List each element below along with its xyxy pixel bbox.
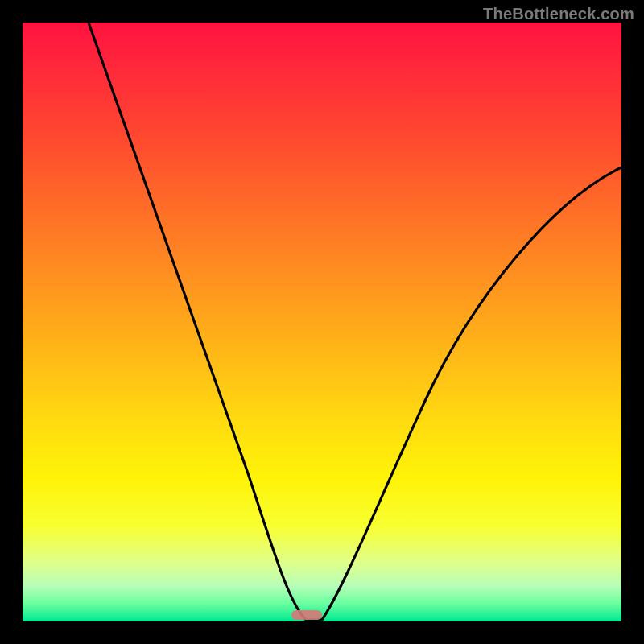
watermark: TheBottleneck.com <box>483 5 634 23</box>
chart-frame: TheBottleneck.com <box>0 0 644 644</box>
bottleneck-curve <box>23 23 621 621</box>
plot-area <box>23 23 621 621</box>
optimum-marker <box>291 610 322 620</box>
